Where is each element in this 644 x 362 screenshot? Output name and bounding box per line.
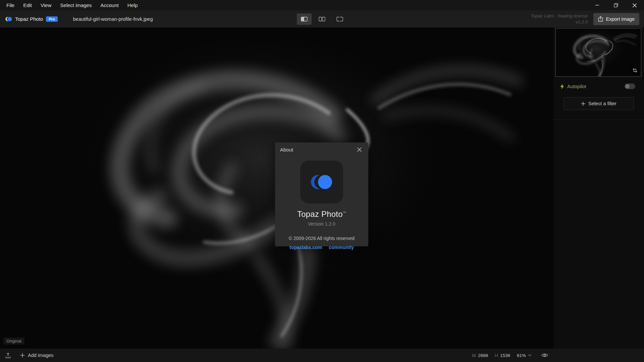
sidebar-divider xyxy=(553,119,644,120)
license-line: Topaz Labs - floating license xyxy=(531,13,588,19)
crop-button[interactable] xyxy=(631,66,639,74)
menu-edit[interactable]: Edit xyxy=(19,0,36,10)
license-info: Topaz Labs - floating license v1.2.0 xyxy=(531,13,588,25)
chevron-down-icon xyxy=(528,354,531,356)
navigator-thumbnail[interactable] xyxy=(555,28,641,77)
pro-badge: Pro xyxy=(46,16,57,22)
autopilot-toggle[interactable] xyxy=(625,83,635,89)
export-icon xyxy=(598,16,603,22)
menu-view-label: View xyxy=(41,2,51,8)
add-images-button[interactable]: Add images xyxy=(20,353,54,358)
zoom-value: 61% xyxy=(517,353,526,358)
menu-account[interactable]: Account xyxy=(96,0,123,10)
topaz-logo-icon xyxy=(310,173,333,191)
menu-file-label: File xyxy=(6,2,14,8)
about-links: topazlabs.com community xyxy=(289,245,354,250)
view-single-button[interactable] xyxy=(297,13,312,25)
menu-select-images[interactable]: Select images xyxy=(56,0,96,10)
toolbar: Topaz Photo Pro beautiful-girl-woman-pro… xyxy=(0,10,644,27)
about-app-name: Topaz Photo™ xyxy=(297,209,346,219)
app-name: Topaz Photo xyxy=(15,16,43,22)
about-dialog: About Topaz Photo™ Version 1.2.0 © 2009-… xyxy=(275,142,368,246)
view-side-by-side-icon xyxy=(336,17,343,21)
community-link[interactable]: community xyxy=(329,245,354,250)
menu-help-label: Help xyxy=(127,2,138,8)
select-filter-button[interactable]: Select a filter xyxy=(564,97,634,110)
autopilot-toggle-knob xyxy=(625,84,630,88)
height-label: H xyxy=(495,353,498,358)
upload-button[interactable] xyxy=(5,353,11,358)
menu-file[interactable]: File xyxy=(2,0,19,10)
autopilot-bolt-icon xyxy=(560,84,564,89)
view-split-button[interactable] xyxy=(315,13,329,25)
zoom-control[interactable]: 61% xyxy=(517,353,531,358)
restore-icon xyxy=(614,3,618,7)
autopilot-label: Autopilot xyxy=(567,84,586,89)
menu-select-images-label: Select images xyxy=(60,2,92,8)
close-icon xyxy=(632,3,637,8)
export-image-label: Export image xyxy=(606,16,635,22)
add-images-label: Add images xyxy=(28,353,54,358)
app-logo-area: Topaz Photo Pro xyxy=(0,16,58,22)
about-version: Version 1.2.0 xyxy=(308,221,335,227)
about-copyright: © 2009-2026 All rights reserved xyxy=(289,236,355,241)
view-split-icon xyxy=(319,17,325,21)
minimize-button[interactable] xyxy=(588,0,606,10)
view-side-by-side-button[interactable] xyxy=(332,13,347,25)
toolbar-right: Topaz Labs - floating license v1.2.0 Exp… xyxy=(531,13,644,25)
menu-view[interactable]: View xyxy=(36,0,56,10)
image-height: H 1536 xyxy=(495,353,510,358)
window-controls xyxy=(588,0,644,10)
view-mode-switcher xyxy=(297,13,347,25)
plus-icon xyxy=(581,102,585,106)
preview-toggle-button[interactable] xyxy=(541,353,548,358)
about-dialog-body: Topaz Photo™ Version 1.2.0 © 2009-2026 A… xyxy=(275,157,368,250)
about-dialog-header: About xyxy=(275,142,368,157)
select-filter-label: Select a filter xyxy=(588,101,616,106)
topazlabs-link[interactable]: topazlabs.com xyxy=(289,245,322,250)
about-app-name-text: Topaz Photo xyxy=(297,209,343,219)
right-sidebar: Autopilot Select a filter xyxy=(553,27,644,349)
topaz-logo-icon xyxy=(5,16,12,22)
autopilot-row: Autopilot xyxy=(560,83,635,89)
upload-icon xyxy=(5,353,11,358)
menu-edit-label: Edit xyxy=(23,2,32,8)
thumbnail-preview xyxy=(556,28,641,77)
height-value: 1536 xyxy=(500,353,510,358)
about-dialog-title: About xyxy=(280,147,293,153)
width-label: W xyxy=(472,353,476,358)
export-image-button[interactable]: Export image xyxy=(593,13,639,25)
menu-bar: File Edit View Select images Account Hel… xyxy=(0,0,644,10)
restore-button[interactable] xyxy=(606,0,625,10)
width-value: 2688 xyxy=(478,353,488,358)
about-close-button[interactable] xyxy=(355,145,363,154)
eye-icon xyxy=(541,353,548,358)
bottom-bar-left: Add images xyxy=(0,353,54,358)
menu-help[interactable]: Help xyxy=(123,0,142,10)
open-filename: beautiful-girl-woman-profile-fnvk.jpeg xyxy=(73,16,153,22)
close-button[interactable] xyxy=(625,0,644,10)
original-view-badge: Original xyxy=(3,338,24,345)
bottom-bar-right: W 2688 H 1536 61% xyxy=(472,353,548,358)
crop-icon xyxy=(633,68,637,73)
about-logo-tile xyxy=(300,161,343,203)
close-icon xyxy=(357,147,362,152)
minimize-icon xyxy=(595,3,599,7)
bottom-bar: Add images W 2688 H 1536 61% xyxy=(0,349,644,362)
plus-icon xyxy=(20,353,25,358)
license-version: v1.2.0 xyxy=(531,19,588,25)
view-single-icon xyxy=(301,17,308,21)
image-width: W 2688 xyxy=(472,353,488,358)
trademark-symbol: ™ xyxy=(343,211,346,215)
menu-account-label: Account xyxy=(101,2,119,8)
